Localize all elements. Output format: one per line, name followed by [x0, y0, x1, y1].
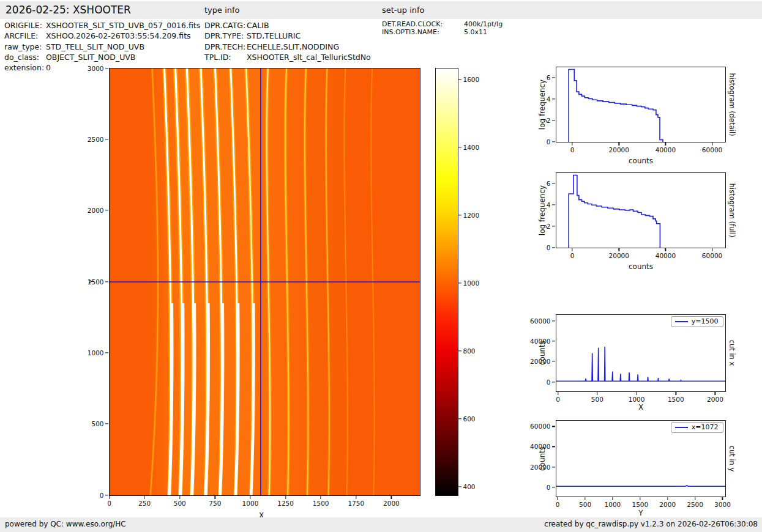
raw-frame-canvas: [110, 68, 420, 495]
y-tick-mark: [552, 467, 555, 467]
y-tick-mark: [552, 77, 555, 78]
y-tick-mark: [105, 68, 108, 68]
hist_full-canvas: [556, 173, 725, 248]
meta-row: DPR.TECH:ECHELLE,SLIT,NODDING: [204, 42, 371, 52]
x-tick-mark: [676, 392, 676, 395]
cut-in-y-plot: x=1072 050010001500200025003000020000400…: [556, 420, 726, 497]
y-tick-label: 2000: [88, 207, 104, 214]
x-tick-label: 1000: [629, 396, 645, 403]
meta-label: DPR.TECH:: [204, 42, 247, 52]
x-tick-label: 2000: [707, 396, 723, 403]
meta-label: DPR.TYPE:: [204, 31, 247, 41]
meta-label: TPL.ID:: [204, 52, 247, 62]
legend-line-sample: [675, 321, 688, 322]
x-tick-mark: [640, 497, 640, 500]
colorbar-tick-label: 600: [463, 415, 476, 423]
x-tick-label: 2500: [687, 501, 703, 508]
x-tick-mark: [597, 392, 597, 395]
y-tick-label: 3000: [88, 65, 104, 72]
x-tick-label: 500: [591, 396, 603, 403]
x-tick-label: 1750: [348, 500, 364, 507]
x-tick-mark: [636, 392, 637, 395]
cut-x-xlabel: X: [638, 403, 643, 412]
x-tick-label: 1500: [632, 501, 648, 508]
colorbar-tick-label: 1600: [463, 76, 480, 83]
y-tick-mark: [552, 320, 555, 321]
colorbar-tick-label: 1200: [463, 212, 480, 219]
x-tick-mark: [572, 248, 572, 251]
meta-row: TPL.ID:XSHOOTER_slt_cal_TelluricStdNo: [204, 52, 371, 62]
x-tick-label: 0: [570, 252, 575, 259]
y-tick-mark: [552, 141, 555, 142]
section-title-type-info: type info: [204, 6, 240, 15]
x-tick-label: 1500: [313, 500, 329, 507]
meta-label: ARCFILE:: [4, 31, 46, 41]
legend-cut-y: x=1072: [671, 422, 723, 433]
y-tick-mark: [552, 247, 555, 248]
meta-value: XSHOOTER_SLT_STD_UVB_057_0016.fits: [46, 20, 200, 31]
y-tick-mark: [552, 446, 555, 447]
meta-value: 0: [46, 62, 51, 73]
section-title-setup-info: set-up info: [382, 6, 425, 15]
y-tick-label: 60000: [530, 423, 550, 430]
meta-label: DET.READ.CLOCK:: [382, 21, 464, 29]
meta-row: ORIGFILE:XSHOOTER_SLT_STD_UVB_057_0016.f…: [4, 20, 200, 31]
y-tick-mark: [105, 495, 108, 495]
x-tick-mark: [250, 496, 250, 499]
hist-detail-xlabel: counts: [629, 157, 653, 165]
x-tick-mark: [558, 497, 558, 500]
y-tick-label: 4: [547, 201, 551, 209]
y-tick-mark: [105, 424, 108, 424]
y-tick-label: 500: [91, 420, 103, 427]
x-tick-mark: [144, 496, 144, 499]
x-tick-mark: [321, 496, 321, 499]
meta-label: ORIGFILE:: [4, 20, 46, 31]
y-tick-mark: [105, 210, 108, 211]
meta-value: STD_TELL_SLIT_NOD_UVB: [46, 42, 144, 52]
hist_full-series-line: [569, 175, 660, 248]
x-tick-label: 250: [138, 500, 151, 507]
histogram-full-plot: 02000040000600000246: [556, 172, 726, 248]
x-tick-mark: [215, 496, 215, 499]
colorbar-tick-mark: [458, 418, 461, 419]
hist_detail-canvas: [556, 67, 725, 142]
x-tick-label: 2000: [659, 501, 676, 508]
colorbar-tick-label: 1000: [463, 279, 480, 287]
x-tick-label: 3000: [714, 501, 731, 508]
x-tick-label: 0: [556, 396, 560, 403]
meta-value: STD,TELLURIC: [247, 31, 301, 41]
x-tick-mark: [612, 497, 613, 500]
x-tick-label: 1250: [277, 500, 294, 507]
x-tick-mark: [712, 142, 712, 146]
x-tick-label: 1000: [605, 501, 621, 508]
x-tick-label: 60000: [702, 252, 722, 259]
colorbar-gradient: [436, 68, 458, 495]
meta-label: extension:: [4, 62, 46, 73]
cut_y-series-line: [556, 486, 725, 486]
colorbar-tick-label: 400: [463, 483, 476, 490]
x-tick-label: 500: [579, 501, 591, 508]
meta-row: DPR.TYPE:STD,TELLURIC: [204, 31, 371, 41]
y-tick-mark: [552, 382, 555, 382]
meta-row: ARCFILE:XSHOO.2026-02-26T03:55:54.209.fi…: [4, 31, 200, 41]
y-tick-mark: [552, 361, 555, 362]
colorbar-tick-mark: [458, 215, 461, 215]
colorbar-tick-mark: [458, 283, 461, 283]
x-tick-mark: [665, 142, 666, 146]
meta-value: XSHOO.2026-02-26T03:55:54.209.fits: [46, 31, 191, 41]
meta-value: 5.0x11: [464, 29, 487, 37]
x-tick-label: 500: [174, 500, 186, 507]
colorbar-tick-mark: [458, 79, 461, 79]
colorbar: 4006008001000120014001600: [435, 68, 458, 496]
main-y-axis-label: Y: [88, 279, 96, 283]
meta-label: do_class:: [4, 52, 46, 62]
y-tick-mark: [552, 226, 555, 226]
legend-label: x=1072: [692, 423, 719, 431]
cut-x-ylabel: counts: [538, 341, 547, 365]
x-tick-mark: [585, 497, 585, 500]
y-tick-label: 0: [547, 484, 551, 491]
legend-label: y=1500: [692, 317, 719, 325]
x-tick-mark: [667, 497, 668, 500]
x-tick-label: 20000: [609, 252, 629, 259]
x-tick-mark: [665, 248, 666, 251]
